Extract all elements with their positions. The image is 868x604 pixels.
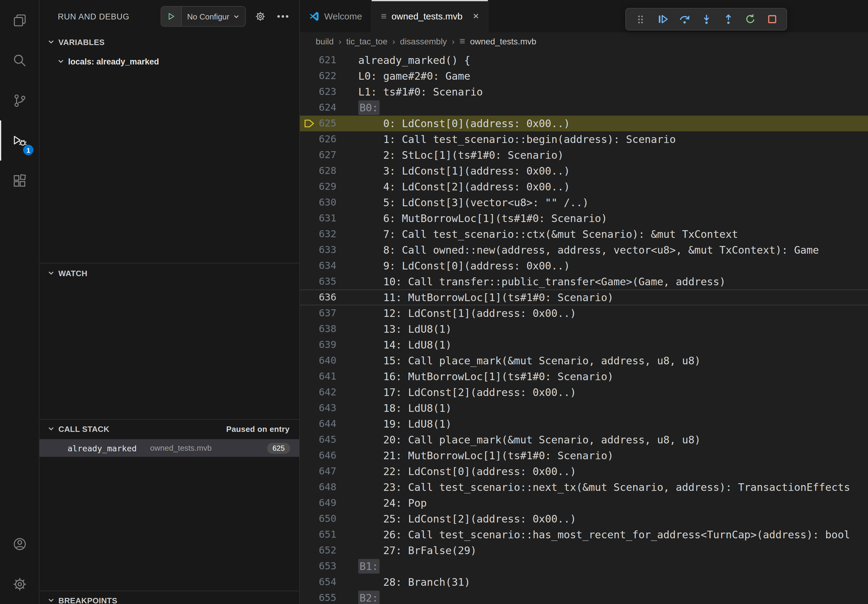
- code-line[interactable]: 636 11: MutBorrowLoc[1](ts#1#0: Scenario…: [300, 290, 868, 305]
- code-line[interactable]: 630 5: LdConst[3](vector<u8>: "" /..): [300, 195, 868, 211]
- activity-bar-item-explorer[interactable]: [0, 0, 39, 40]
- gutter[interactable]: 653: [300, 558, 358, 574]
- activity-bar-item-run-and-debug[interactable]: 1: [0, 121, 39, 161]
- gutter[interactable]: 650: [300, 511, 358, 527]
- gutter[interactable]: 633: [300, 242, 358, 258]
- code-line[interactable]: 652 27: BrFalse(29): [300, 542, 868, 558]
- gutter[interactable]: 637: [300, 305, 358, 321]
- variables-section-header[interactable]: VARIABLES: [40, 34, 299, 50]
- code-line[interactable]: 622L0: game#2#0: Game: [300, 68, 868, 84]
- code-line[interactable]: 642 17: LdConst[2](address: 0x00..): [300, 384, 868, 400]
- code-line[interactable]: 637 12: LdConst[1](address: 0x00..): [300, 305, 868, 321]
- gutter[interactable]: 655: [300, 590, 358, 604]
- close-icon[interactable]: ×: [473, 11, 479, 21]
- code-line[interactable]: 639 14: LdU8(1): [300, 337, 868, 353]
- step-out-button[interactable]: [718, 10, 738, 29]
- gutter[interactable]: 639: [300, 337, 358, 353]
- gutter[interactable]: 644: [300, 416, 358, 432]
- start-debug-button[interactable]: [161, 7, 181, 26]
- gutter[interactable]: 624: [300, 100, 358, 116]
- breadcrumb-item[interactable]: tic_tac_toe: [346, 36, 388, 46]
- activity-bar-item-accounts[interactable]: [0, 524, 39, 564]
- continue-button[interactable]: [652, 10, 673, 29]
- code-line[interactable]: 646 21: MutBorrowLoc[1](ts#1#0: Scenario…: [300, 448, 868, 463]
- code-line[interactable]: 645 20: Call place_mark(&mut Scenario, a…: [300, 432, 868, 448]
- gutter[interactable]: 625: [300, 116, 358, 132]
- code-line[interactable]: 650 25: LdConst[2](address: 0x00..): [300, 511, 868, 527]
- watch-section-header[interactable]: WATCH: [40, 265, 299, 281]
- variables-scope-row[interactable]: locals: already_marked: [40, 54, 299, 69]
- tab-owned-tests[interactable]: ≡ owned_tests.mvb ×: [372, 0, 489, 32]
- activity-bar-item-extensions[interactable]: [0, 161, 39, 201]
- gutter[interactable]: 628: [300, 163, 358, 179]
- code-line[interactable]: 653B1:: [300, 558, 868, 574]
- code-line[interactable]: 655B2:: [300, 590, 868, 604]
- gutter[interactable]: 632: [300, 226, 358, 242]
- code-area[interactable]: 621already_marked() {622L0: game#2#0: Ga…: [300, 50, 868, 604]
- tab-welcome[interactable]: Welcome: [300, 0, 372, 32]
- step-into-button[interactable]: [696, 10, 716, 29]
- code-line[interactable]: 621already_marked() {: [300, 52, 868, 68]
- gutter[interactable]: 640: [300, 353, 358, 369]
- step-over-button[interactable]: [674, 10, 694, 29]
- gutter[interactable]: 647: [300, 463, 358, 479]
- code-line[interactable]: 623L1: ts#1#0: Scenario: [300, 84, 868, 100]
- breakpoints-section-header[interactable]: BREAKPOINTS: [40, 592, 299, 604]
- restart-button[interactable]: [740, 10, 760, 29]
- gutter[interactable]: 642: [300, 384, 358, 400]
- code-line[interactable]: 634 9: LdConst[0](address: 0x00..): [300, 258, 868, 274]
- code-line[interactable]: 631 6: MutBorrowLoc[1](ts#1#0: Scenario): [300, 211, 868, 226]
- call-stack-section-header[interactable]: CALL STACK Paused on entry: [40, 421, 299, 437]
- code-line[interactable]: 643 18: LdU8(1): [300, 400, 868, 416]
- gutter[interactable]: 646: [300, 448, 358, 463]
- code-line[interactable]: 647 22: LdConst[0](address: 0x00..): [300, 463, 868, 479]
- gutter[interactable]: 623: [300, 84, 358, 100]
- debug-settings-button[interactable]: [253, 9, 268, 24]
- stop-button[interactable]: [761, 10, 782, 29]
- code-line[interactable]: 648 23: Call test_scenario::next_tx(&mut…: [300, 479, 868, 495]
- code-line[interactable]: 644 19: LdU8(1): [300, 416, 868, 432]
- more-actions-button[interactable]: [275, 9, 291, 24]
- breadcrumb-item[interactable]: build: [316, 36, 334, 46]
- gutter[interactable]: 648: [300, 479, 358, 495]
- gutter[interactable]: 641: [300, 369, 358, 384]
- code-line[interactable]: 654 28: Branch(31): [300, 574, 868, 590]
- toolbar-drag-handle[interactable]: [630, 10, 651, 29]
- activity-bar-item-source-control[interactable]: [0, 80, 39, 121]
- call-stack-frame-row[interactable]: already_marked owned_tests.mvb 625: [40, 439, 299, 457]
- gutter[interactable]: 621: [300, 52, 358, 68]
- code-line[interactable]: 640 15: Call place_mark(&mut Scenario, a…: [300, 353, 868, 369]
- gutter[interactable]: 626: [300, 132, 358, 147]
- activity-bar-item-search[interactable]: [0, 40, 39, 80]
- gutter[interactable]: 636: [300, 290, 358, 305]
- gutter[interactable]: 654: [300, 574, 358, 590]
- code-line[interactable]: 625 0: LdConst[0](address: 0x00..): [300, 116, 868, 132]
- gutter[interactable]: 622: [300, 68, 358, 84]
- debug-config-dropdown[interactable]: No Configur: [181, 7, 245, 26]
- code-line[interactable]: 635 10: Call transfer::public_transfer<G…: [300, 274, 868, 290]
- code-line[interactable]: 624B0:: [300, 100, 868, 116]
- code-line[interactable]: 649 24: Pop: [300, 495, 868, 511]
- code-line[interactable]: 651 26: Call test_scenario::has_most_rec…: [300, 527, 868, 542]
- gutter[interactable]: 643: [300, 400, 358, 416]
- gutter[interactable]: 651: [300, 527, 358, 542]
- gutter[interactable]: 634: [300, 258, 358, 274]
- gutter[interactable]: 649: [300, 495, 358, 511]
- gutter[interactable]: 629: [300, 179, 358, 195]
- gutter[interactable]: 638: [300, 321, 358, 337]
- code-line[interactable]: 627 2: StLoc[1](ts#1#0: Scenario): [300, 147, 868, 163]
- gutter[interactable]: 645: [300, 432, 358, 448]
- code-line[interactable]: 628 3: LdConst[1](address: 0x00..): [300, 163, 868, 179]
- code-line[interactable]: 633 8: Call owned::new(address, address,…: [300, 242, 868, 258]
- gutter[interactable]: 631: [300, 211, 358, 226]
- code-line[interactable]: 641 16: MutBorrowLoc[1](ts#1#0: Scenario…: [300, 369, 868, 384]
- gutter[interactable]: 627: [300, 147, 358, 163]
- code-line[interactable]: 638 13: LdU8(1): [300, 321, 868, 337]
- code-line[interactable]: 626 1: Call test_scenario::begin(address…: [300, 132, 868, 147]
- breadcrumb-item[interactable]: owned_tests.mvb: [470, 36, 536, 46]
- gutter[interactable]: 630: [300, 195, 358, 211]
- gutter[interactable]: 652: [300, 542, 358, 558]
- activity-bar-item-settings[interactable]: [0, 564, 39, 604]
- gutter[interactable]: 635: [300, 274, 358, 290]
- breadcrumb-item[interactable]: disassembly: [400, 36, 447, 46]
